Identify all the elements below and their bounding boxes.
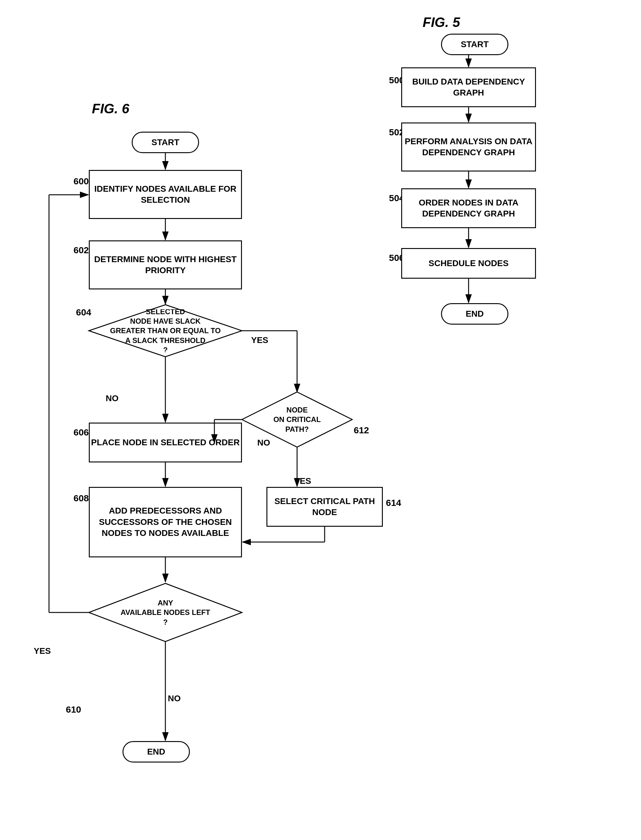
fig6-n606: PLACE NODE IN SELECTED ORDER (89, 423, 242, 462)
fig6-ref606: 606 (74, 427, 89, 438)
fig5-n506: SCHEDULE NODES (401, 248, 536, 279)
fig5-n500: BUILD DATA DEPENDENCY GRAPH (401, 68, 536, 107)
yes2-label: YES (294, 476, 311, 486)
fig5-n502: PERFORM ANALYSIS ON DATA DEPENDENCY GRAP… (401, 122, 536, 172)
fig6-end: END (122, 741, 190, 763)
fig6-start: START (132, 132, 199, 153)
fig6-n608: ADD PREDECESSORS AND SUCCESSORS OF THE C… (89, 487, 242, 557)
yes3-label: YES (34, 646, 51, 656)
fig6-n602: DETERMINE NODE WITH HIGHEST PRIORITY (89, 240, 242, 290)
fig6-label: FIG. 6 (92, 101, 129, 116)
svg-marker-9 (89, 305, 242, 357)
fig5-end: END (441, 303, 508, 325)
svg-text:NO: NO (168, 694, 181, 703)
svg-marker-23 (89, 583, 242, 642)
fig6-n600: IDENTIFY NODES AVAILABLE FOR SELECTION (89, 170, 242, 219)
no1-label: NO (106, 394, 119, 403)
svg-text:612: 612 (354, 425, 369, 435)
fig6-ref608: 608 (74, 493, 89, 504)
fig5-start: START (441, 34, 508, 55)
fig6-ref614: 614 (386, 498, 401, 508)
flow-svg: SELECTEDNODE HAVE SLACKGREATER THAN OR E… (0, 0, 641, 840)
fig6-ref602: 602 (74, 245, 89, 256)
fig6-ref610: 610 (66, 704, 81, 715)
fig6-n614: SELECT CRITICAL PATH NODE (266, 487, 383, 527)
fig5-n504: ORDER NODES IN DATA DEPENDENCY GRAPH (401, 188, 536, 228)
svg-text:604: 604 (76, 307, 91, 317)
diagram-container: FIG. 5 FIG. 6 START 500 BUILD DATA DEPEN… (0, 0, 641, 840)
no2-label: NO (257, 438, 270, 448)
fig6-ref600: 600 (74, 176, 89, 187)
fig5-label: FIG. 5 (423, 15, 460, 30)
yes1-label: YES (251, 335, 268, 345)
